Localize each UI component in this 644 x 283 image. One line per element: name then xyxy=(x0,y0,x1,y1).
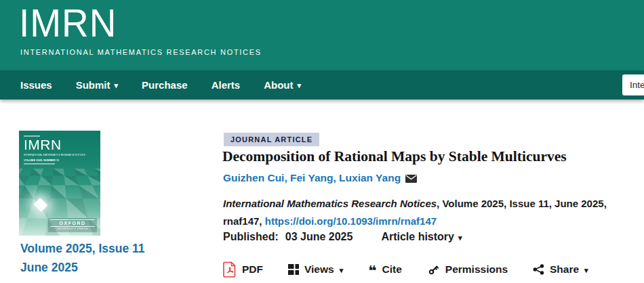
oxford-logo-line1: OXFORD xyxy=(50,219,95,227)
main-nav: Issues Submit ▾ Purchase Alerts About ▾ xyxy=(0,70,644,100)
published-label: Published: xyxy=(223,231,279,243)
citation-volume-issue: , Volume 2025, Issue 11, June 2025, xyxy=(437,198,607,209)
chevron-down-icon: ▾ xyxy=(115,82,119,89)
pdf-label: PDF xyxy=(242,263,263,276)
share-icon xyxy=(533,264,544,275)
nav-item-label: Alerts xyxy=(212,79,241,91)
journal-search-input[interactable] xyxy=(622,74,644,95)
author-list: Guizhen Cui, Fei Yang, Luxian Yang xyxy=(223,172,417,184)
nav-list: Issues Submit ▾ Purchase Alerts About ▾ xyxy=(0,70,644,100)
issue-link-line2: June 2025 xyxy=(20,258,169,277)
page: IMRN INTERNATIONAL MATHEMATICS RESEARCH … xyxy=(0,0,644,283)
views-button[interactable]: Views ▾ xyxy=(288,263,343,276)
nav-item-label: Issues xyxy=(20,79,52,91)
nav-item-purchase[interactable]: Purchase xyxy=(142,79,188,91)
issue-cover-image[interactable]: IMRN INTERNATIONAL MATHEMATICS RESEARCH … xyxy=(19,131,100,236)
oxford-press-logo: OXFORD UNIVERSITY PRESS xyxy=(48,218,97,232)
share-label: Share xyxy=(550,263,579,276)
author-names-link[interactable]: Guizhen Cui, Fei Yang, Luxian Yang xyxy=(223,172,401,184)
quote-cite-icon: ❝ xyxy=(368,266,376,276)
publication-info-row: Published: 03 June 2025 Article history … xyxy=(223,231,462,243)
article-history-toggle[interactable]: Article history ▾ xyxy=(381,231,462,243)
nav-item-label: About xyxy=(264,79,293,91)
citation-journal-name: International Mathematics Research Notic… xyxy=(223,198,437,209)
article-type-badge: JOURNAL ARTICLE xyxy=(224,133,319,146)
journal-logo[interactable]: IMRN xyxy=(19,0,117,47)
envelope-icon[interactable] xyxy=(405,175,417,183)
citation-line: International Mathematics Research Notic… xyxy=(223,195,637,230)
cite-label: Cite xyxy=(382,263,402,276)
cover-volume-line: VOLUME 2025, NUMBER 11 xyxy=(24,158,59,162)
pdf-button[interactable]: PDF xyxy=(223,261,263,278)
journal-tagline: INTERNATIONAL MATHEMATICS RESEARCH NOTIC… xyxy=(20,48,262,56)
cite-button[interactable]: ❝ Cite xyxy=(368,263,402,276)
citation-article-id: rnaf147, xyxy=(223,215,262,227)
oxford-logo-line2: UNIVERSITY PRESS xyxy=(57,227,88,230)
chevron-down-icon: ▾ xyxy=(458,234,462,242)
nav-item-label: Submit xyxy=(76,79,110,91)
views-label: Views xyxy=(304,263,334,276)
grid-views-icon xyxy=(288,264,299,275)
doi-link[interactable]: https://doi.org/10.1093/imrn/rnaf147 xyxy=(265,215,437,227)
issue-link[interactable]: Volume 2025, Issue 11 June 2025 xyxy=(20,239,169,277)
nav-item-alerts[interactable]: Alerts xyxy=(212,79,241,91)
share-button[interactable]: Share ▾ xyxy=(533,263,588,276)
published-date: 03 June 2025 xyxy=(285,231,353,243)
chevron-down-icon: ▾ xyxy=(584,267,588,274)
permissions-button[interactable]: Permissions xyxy=(427,263,508,276)
pdf-icon xyxy=(223,261,237,278)
nav-item-issues[interactable]: Issues xyxy=(20,79,52,91)
article-action-bar: PDF Views ▾ ❝ Cite xyxy=(223,261,588,278)
cover-url-placeholder xyxy=(24,163,55,165)
article-title: Decomposition of Rational Maps by Stable… xyxy=(222,148,636,165)
permissions-label: Permissions xyxy=(445,263,508,276)
nav-item-label: Purchase xyxy=(142,79,188,91)
nav-item-submit[interactable]: Submit ▾ xyxy=(76,79,118,91)
article-history-label: Article history xyxy=(381,231,454,243)
journal-header: IMRN INTERNATIONAL MATHEMATICS RESEARCH … xyxy=(0,0,644,70)
cover-subtitle: INTERNATIONAL MATHEMATICS RESEARCH NOTIC… xyxy=(24,154,85,156)
nav-item-about[interactable]: About ▾ xyxy=(264,79,301,91)
issue-link-line1: Volume 2025, Issue 11 xyxy=(20,239,169,258)
chevron-down-icon: ▾ xyxy=(340,267,344,274)
chevron-down-icon: ▾ xyxy=(297,82,301,89)
cover-logo: IMRN xyxy=(24,137,62,153)
key-permissions-icon xyxy=(427,263,440,276)
